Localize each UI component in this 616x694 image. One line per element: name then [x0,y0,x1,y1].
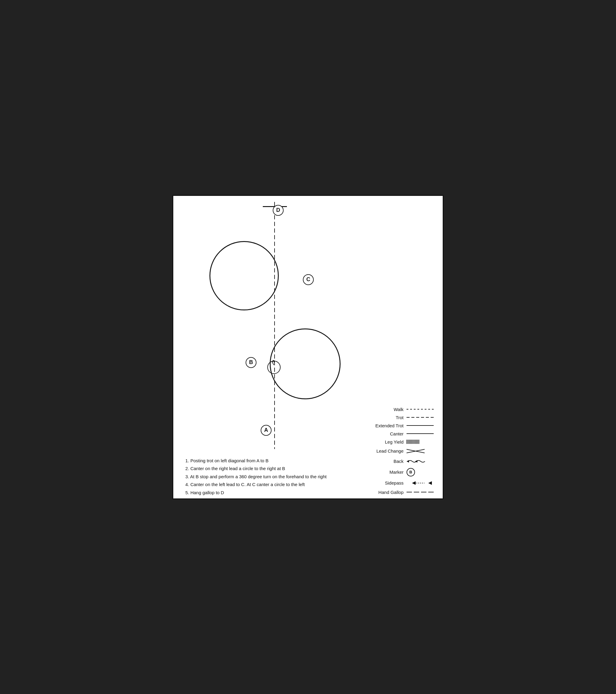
legend-label-marker: Marker [376,470,403,475]
legend-row-trot: Trot [367,415,437,420]
svg-marker-2 [406,460,409,462]
legend-symbol-sidepass [406,479,437,487]
legend-label-canter: Canter [376,431,403,436]
lead-change-graphic [406,448,424,455]
legend-label-hand-gallop: Hand Gallop [376,490,403,495]
legend-symbol-canter [406,433,437,434]
instruction-2: 2. Canter on the right lead a circle to … [185,465,354,472]
legend-row-walk: Walk [367,407,437,412]
instruction-3: 3. At B stop and perform a 360 degree tu… [185,473,354,480]
legend-symbol-trot [406,417,437,418]
instructions: 1. Posting trot on left diagonal from A … [185,457,354,499]
legend-symbol-walk [406,409,437,409]
back-svg [406,458,431,465]
sidepass-graphic [406,479,434,487]
trot-line [406,417,434,418]
sidepass-svg [406,479,434,487]
legend-row-leg-yield: Leg Yield [367,439,437,444]
legend: Walk Trot Extended Trot Canter Leg Yield [367,407,437,498]
lead-change-svg [406,448,424,455]
legend-label-trot: Trot [376,415,403,420]
legend-row-canter: Canter [367,431,437,436]
legend-label-sidepass: Sidepass [376,480,403,486]
back-graphic [406,458,428,465]
walk-line [406,409,434,409]
marker-A: A [261,425,272,436]
legend-symbol-lead-change [406,448,437,455]
legend-row-back: Back [367,458,437,465]
legend-row-extended-trot: Extended Trot [367,423,437,428]
instruction-4: 4. Canter on the left lead to C. At C ca… [185,481,354,488]
instruction-5: 5. Hang gallop to D [185,489,354,496]
leg-yield-hatches [406,440,434,444]
legend-symbol-extended-trot [406,425,437,426]
canter-line [406,433,434,434]
legend-symbol-hand-gallop [406,492,437,492]
legend-label-leg-yield: Leg Yield [376,439,403,444]
marker-C: C [303,274,314,285]
circle-right [270,328,341,399]
extended-trot-line [406,425,434,426]
marker-D: D [273,205,284,216]
arena-diagram: ↱ D C B A [185,202,372,455]
legend-symbol-leg-yield [406,440,437,444]
page: ↱ D C B A Walk Trot Extende [173,195,443,499]
legend-label-lead-change: Lead Change [376,449,403,454]
center-line [274,202,275,449]
marker-B-legend: B [406,468,415,476]
instruction-1: 1. Posting trot on left diagonal from A … [185,457,354,464]
legend-label-extended-trot: Extended Trot [376,423,403,428]
legend-symbol-back [406,458,437,465]
instruction-6: 6. At D stop [185,497,354,499]
legend-row-hand-gallop: Hand Gallop [367,490,437,495]
svg-marker-6 [428,481,432,485]
legend-row-lead-change: Lead Change [367,448,437,455]
circle-left [210,241,279,310]
legend-label-walk: Walk [376,407,403,412]
legend-label-back: Back [376,459,403,464]
hand-gallop-line [406,492,434,492]
legend-row-marker: Marker B [367,468,437,476]
marker-B: B [246,357,256,368]
legend-row-sidepass: Sidepass [367,479,437,487]
legend-symbol-marker: B [406,468,437,476]
svg-marker-4 [412,481,416,485]
